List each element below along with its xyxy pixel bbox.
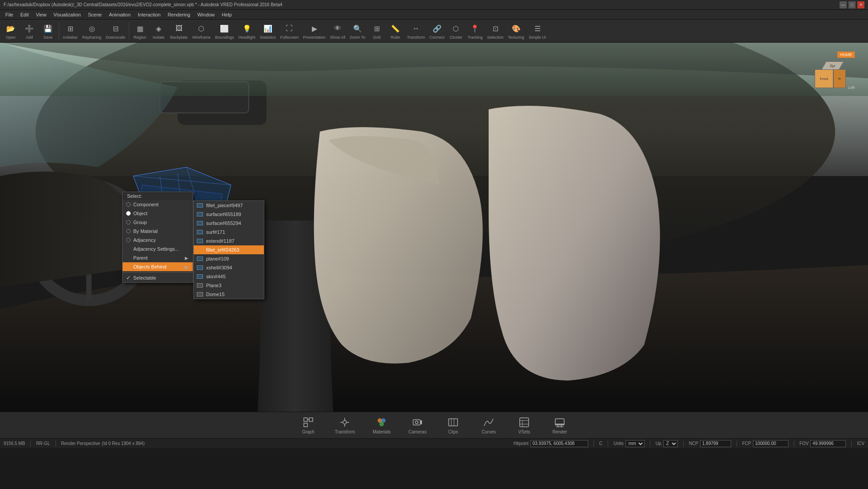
transform-icon bbox=[338, 416, 351, 429]
status-icv: ICV bbox=[857, 441, 864, 446]
toolbar-antialiас[interactable]: ⊞Antialiас bbox=[61, 20, 80, 42]
toolbar-raytracing[interactable]: ◎Raytracing bbox=[80, 20, 103, 42]
surf-icon-4 bbox=[196, 238, 203, 244]
ctx-by-material[interactable]: By Material bbox=[123, 227, 193, 236]
nav-cube-home-button[interactable]: HOME bbox=[837, 52, 855, 58]
up-select[interactable]: Z Y bbox=[663, 440, 678, 447]
toolbar-backplate[interactable]: 🖼Backplate bbox=[168, 20, 190, 42]
ctx-group[interactable]: Group bbox=[123, 218, 193, 227]
menu-item-scene[interactable]: Scene bbox=[84, 11, 105, 18]
bt-vsets[interactable]: VSets bbox=[511, 414, 538, 437]
menu-item-visualization[interactable]: Visualization bbox=[50, 11, 84, 18]
toolbar-ruler[interactable]: 📏Ruler bbox=[386, 20, 404, 42]
toolbar-boundings[interactable]: ⬜Boundings bbox=[213, 20, 236, 42]
submenu-xshell-3094[interactable]: xshell#3094 bbox=[194, 263, 264, 272]
ctx-parent[interactable]: Parent ▶ bbox=[123, 253, 193, 262]
toolbar-label-8: Backplate bbox=[170, 35, 188, 40]
bt-curves[interactable]: Curves bbox=[475, 414, 502, 437]
menu-item-animation[interactable]: Animation bbox=[105, 11, 134, 18]
minimize-button[interactable]: — bbox=[840, 1, 847, 8]
submenu-fillet-piece-9497[interactable]: fillet_piece#9497 bbox=[194, 201, 264, 210]
bt-clips[interactable]: Clips bbox=[440, 414, 466, 437]
toolbar-label-0: Open bbox=[6, 35, 16, 40]
toolbar-simple-ui[interactable]: ☰Simple UI bbox=[527, 20, 548, 42]
ctx-adjacency[interactable]: Adjacency bbox=[123, 236, 193, 244]
ctx-selectable[interactable]: ✓ Selectable bbox=[123, 273, 193, 282]
toolbar-tracking[interactable]: 📍Tracking bbox=[466, 20, 484, 42]
units-select[interactable]: mm cm m bbox=[625, 440, 645, 447]
hitpoint-input[interactable] bbox=[530, 440, 588, 447]
menu-item-edit[interactable]: Edit bbox=[17, 11, 32, 18]
toolbar-icon-24: 🎨 bbox=[510, 22, 522, 35]
submenu-fillet-srf-24263[interactable]: fillet_srf#24263 bbox=[194, 245, 264, 254]
viewport[interactable]: HOME Top Front R Left Select: Component … bbox=[0, 43, 868, 412]
submenu-surf-171[interactable]: surf#171 bbox=[194, 228, 264, 236]
submenu-extend-1187[interactable]: extend#1187 bbox=[194, 236, 264, 245]
close-button[interactable]: ✕ bbox=[857, 1, 864, 8]
maximize-button[interactable]: □ bbox=[848, 1, 856, 8]
toolbar-open[interactable]: 📂Open bbox=[2, 20, 20, 42]
ncp-input[interactable] bbox=[700, 440, 731, 447]
status-sep-5 bbox=[650, 441, 650, 447]
menu-item-help[interactable]: Help bbox=[218, 11, 235, 18]
bt-cameras[interactable]: Cameras bbox=[404, 414, 431, 437]
ctx-component[interactable]: Component bbox=[123, 200, 193, 209]
toolbar-label-22: Tracking bbox=[467, 35, 482, 40]
bt-graph-label: Graph bbox=[302, 429, 315, 434]
bt-transform[interactable]: Transform bbox=[330, 414, 359, 437]
status-hitpoint: Hitpoint bbox=[514, 440, 588, 447]
toolbar-headlight[interactable]: 💡Headlight bbox=[237, 20, 257, 42]
submenu-plane-109[interactable]: plane#109 bbox=[194, 254, 264, 263]
radio-component bbox=[126, 202, 131, 207]
ctx-object[interactable]: Object bbox=[123, 209, 193, 218]
toolbar-zoom-to[interactable]: 🔍Zoom To bbox=[348, 20, 367, 42]
toolbar-show-all[interactable]: 👁Show All bbox=[328, 20, 347, 42]
bt-render[interactable]: Render bbox=[546, 414, 573, 437]
toolbar-label-3: Antialiас bbox=[63, 35, 78, 40]
bt-graph[interactable]: Graph bbox=[295, 414, 322, 437]
toolbar-cluster[interactable]: ⬡Cluster bbox=[447, 20, 465, 42]
cube-right-face[interactable]: R bbox=[833, 69, 846, 88]
cube-top-face[interactable]: Top bbox=[821, 61, 844, 70]
ctx-adjacency-settings[interactable]: Adjacency Settings... bbox=[123, 244, 193, 253]
menu-item-file[interactable]: File bbox=[2, 11, 17, 18]
submenu-plane3[interactable]: Plane3 bbox=[194, 281, 264, 290]
menu-item-view[interactable]: View bbox=[32, 11, 50, 18]
status-sep-3 bbox=[593, 441, 594, 447]
toolbar-save[interactable]: 💾Save bbox=[39, 20, 57, 42]
toolbar-grid[interactable]: ⊞Grid bbox=[368, 20, 386, 42]
fov-input[interactable] bbox=[810, 440, 846, 447]
toolbar-isolate[interactable]: ◈Isolate bbox=[150, 20, 167, 42]
toolbar-label-23: Selection bbox=[487, 35, 504, 40]
toolbar-texturing[interactable]: 🎨Texturing bbox=[506, 20, 526, 42]
menu-item-window[interactable]: Window bbox=[194, 11, 218, 18]
toolbar-downscale[interactable]: ⊟Downscale bbox=[104, 20, 127, 42]
toolbar-fullscreen[interactable]: ⛶Fullscreen bbox=[279, 20, 301, 42]
toolbar-presentation[interactable]: ▶Presentation bbox=[301, 20, 327, 42]
toolbar-icon-11: 💡 bbox=[241, 22, 253, 35]
toolbar-connect[interactable]: 🔗Connect bbox=[428, 20, 446, 42]
toolbar-wireframe[interactable]: ⬡Wireframe bbox=[191, 20, 213, 42]
toolbar-sep-3 bbox=[59, 22, 59, 40]
bt-materials[interactable]: Materials bbox=[368, 414, 395, 437]
menu-item-interaction[interactable]: Interaction bbox=[134, 11, 164, 18]
ctx-objects-behind[interactable]: Objects Behind ▶ bbox=[123, 262, 193, 271]
fcp-input[interactable] bbox=[753, 440, 788, 447]
toolbar-label-14: Presentation bbox=[303, 35, 326, 40]
toolbar-region[interactable]: ▦Region bbox=[131, 20, 149, 42]
toolbar-statistics[interactable]: 📊Statistics bbox=[258, 20, 278, 42]
submenu-surface-655294[interactable]: surface#655294 bbox=[194, 219, 264, 228]
submenu-skin-445[interactable]: skin#445 bbox=[194, 272, 264, 281]
ctx-separator bbox=[123, 272, 193, 273]
toolbar-add[interactable]: ➕Add bbox=[20, 20, 38, 42]
submenu-dome15[interactable]: Dome15 bbox=[194, 290, 264, 299]
menu-item-rendering[interactable]: Rendering bbox=[164, 11, 194, 18]
cube-front-face[interactable]: Front bbox=[815, 69, 833, 88]
status-sep-6 bbox=[683, 441, 684, 447]
submenu-surface-655189[interactable]: surface#655189 bbox=[194, 210, 264, 219]
toolbar-icon-0: 📂 bbox=[4, 22, 17, 35]
nav-cube-visual[interactable]: Top Front R bbox=[815, 61, 850, 92]
toolbar-selection[interactable]: ⊡Selection bbox=[486, 20, 506, 42]
toolbar-icon-10: ⬜ bbox=[218, 22, 231, 35]
toolbar-transform[interactable]: ↔Transform bbox=[405, 20, 427, 42]
